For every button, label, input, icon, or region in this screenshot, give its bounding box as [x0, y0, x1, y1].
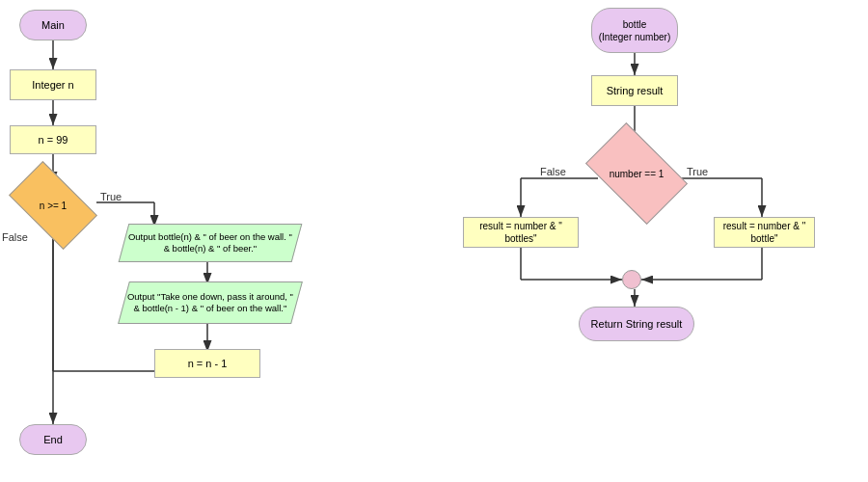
result-bottles-node: result = number & " bottles" — [463, 217, 579, 248]
output2-node: Output "Take one down, pass it around, "… — [118, 281, 303, 324]
main-node: Main — [19, 10, 87, 40]
condition-n-ge-1: n >= 1 — [14, 181, 92, 229]
flowchart-container: Main Integer n n = 99 n >= 1 True False … — [0, 0, 868, 482]
merge-circle — [622, 270, 641, 289]
false-label-left: False — [2, 231, 28, 243]
return-node: Return String result — [579, 307, 694, 341]
end-node: End — [19, 424, 87, 455]
output1-node: Output bottle(n) & " of beer on the wall… — [119, 224, 303, 262]
n-assign-node: n = 99 — [10, 125, 96, 154]
true-label-left: True — [100, 191, 122, 202]
condition-number-eq-1: number == 1 — [593, 145, 680, 202]
integer-n-node: Integer n — [10, 69, 96, 100]
bottle-node: bottle (Integer number) — [591, 8, 678, 53]
string-result-node: String result — [591, 75, 678, 106]
result-bottle-node: result = number & " bottle" — [714, 217, 815, 248]
true-label-right: True — [687, 166, 708, 177]
false-label-right: False — [540, 166, 566, 177]
n-update-node: n = n - 1 — [154, 349, 260, 378]
